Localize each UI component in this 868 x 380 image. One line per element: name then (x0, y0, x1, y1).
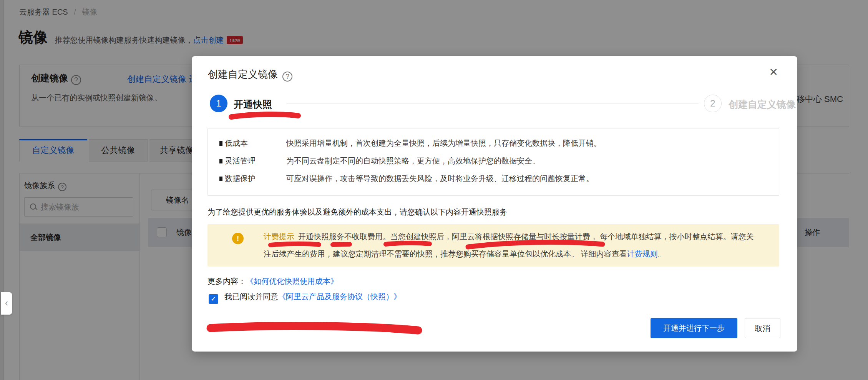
feature-row-protection: 数据保护 可应对误操作，攻击等导致的数据丢失风险，及时将业务升级、迁移过程的问题… (219, 173, 771, 184)
step-indicator: 1 开通快照 2 创建自定义镜像 (210, 95, 779, 114)
billing-notice: ! 计费提示开通快照服务不收取费用。当您创建快照后，阿里云将根据快照存储量与时长… (207, 224, 779, 267)
feature-row-flexible: 灵活管理 为不同云盘制定不同的自动快照策略，更方便，高效地保护您的数据安全。 (219, 155, 771, 167)
create-custom-image-modal: 创建自定义镜像? ✕ 1 开通快照 2 创建自定义镜像 低成本 快照采用增量机制… (192, 56, 797, 352)
chevron-left-icon: ‹ (5, 297, 8, 308)
agreement-link[interactable]: 《阿里云产品及服务协议（快照）》 (278, 292, 401, 301)
billing-rules-link[interactable]: 计费规则 (627, 250, 658, 258)
close-icon[interactable]: ✕ (769, 67, 778, 78)
snapshot-feature-box: 低成本 快照采用增量机制，首次创建为全量快照，后续为增量快照，只存储变化数据块，… (207, 128, 779, 196)
step-2-circle: 2 (704, 95, 722, 112)
step-connector-line (287, 103, 699, 104)
bullet-icon (219, 177, 222, 181)
ecs-images-page: 云服务器 ECS / 镜像 镜像 推荐您使用镜像构建服务快速构建镜像，点击创建n… (0, 0, 868, 380)
confirm-text: 为了给您提供更优的服务体验以及避免额外的成本支出，请您确认以下内容开通快照服务 (207, 207, 507, 217)
step-1-circle: 1 (210, 95, 227, 112)
modal-title: 创建自定义镜像 (208, 68, 278, 80)
billing-label: 计费提示 (264, 232, 294, 241)
step-1-label: 开通快照 (234, 98, 272, 111)
optimize-cost-link[interactable]: 《如何优化快照使用成本》 (246, 277, 338, 285)
agreement-row: ✓我已阅读并同意《阿里云产品及服务协议（快照）》 (209, 292, 401, 304)
agreement-checkbox[interactable]: ✓ (209, 294, 218, 304)
activate-next-step-button[interactable]: 开通并进行下一步 (651, 318, 737, 338)
sidebar-collapse-handle[interactable]: ‹ (1, 292, 12, 315)
step-2-label: 创建自定义镜像 (729, 98, 796, 111)
more-content-row: 更多内容：《如何优化快照使用成本》 (207, 276, 338, 287)
billing-text: 计费提示开通快照服务不收取费用。当您创建快照后，阿里云将根据快照存储量与时长按量… (264, 228, 756, 263)
bullet-icon (219, 159, 222, 163)
cancel-button[interactable]: 取消 (745, 318, 780, 338)
feature-row-low-cost: 低成本 快照采用增量机制，首次创建为全量快照，后续为增量快照，只存储变化数据块，… (219, 138, 771, 149)
bullet-icon (219, 141, 222, 146)
warning-icon: ! (232, 233, 244, 244)
help-icon[interactable]: ? (282, 72, 292, 82)
